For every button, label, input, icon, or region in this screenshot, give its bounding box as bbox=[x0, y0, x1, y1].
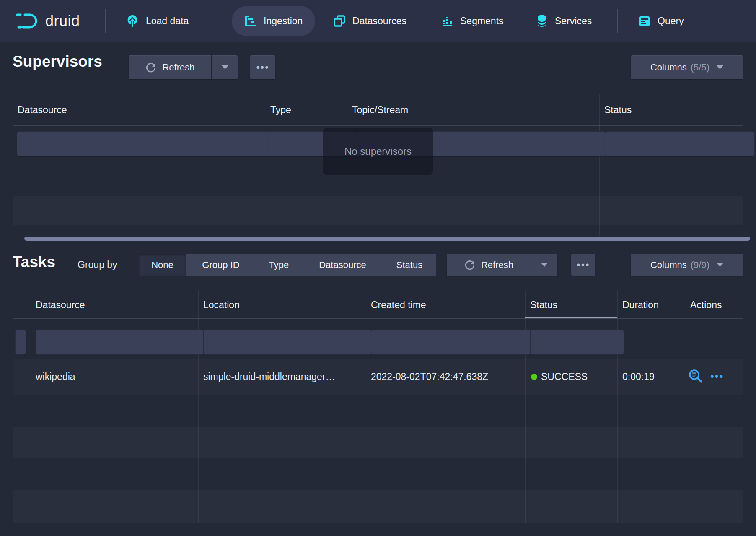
nav-datasources[interactable]: Datasources bbox=[333, 0, 406, 42]
tasks-filter-created-time[interactable] bbox=[371, 330, 531, 355]
nav-label: Ingestion bbox=[264, 16, 303, 27]
horizontal-scrollbar[interactable] bbox=[24, 237, 750, 241]
group-by-group-id-button[interactable]: Group ID bbox=[186, 254, 256, 276]
druid-logo-text: druid bbox=[45, 12, 80, 30]
column-divider bbox=[525, 291, 526, 523]
group-by-label: Group by bbox=[78, 254, 117, 276]
nav-load-data[interactable]: Load data bbox=[126, 0, 189, 42]
supervisors-col-type[interactable]: Type bbox=[270, 94, 291, 125]
refresh-icon bbox=[464, 259, 476, 271]
tasks-col-location[interactable]: Location bbox=[203, 291, 240, 318]
tasks-col-datasource[interactable]: Datasource bbox=[36, 291, 85, 318]
nav-label: Services bbox=[555, 16, 592, 27]
magnifier-log-icon bbox=[688, 369, 704, 385]
nav-segments[interactable]: Segments bbox=[441, 0, 504, 42]
column-divider bbox=[685, 291, 685, 523]
column-divider bbox=[31, 291, 31, 523]
tasks-col-duration[interactable]: Duration bbox=[622, 291, 659, 318]
supervisors-refresh-button[interactable]: Refresh bbox=[129, 55, 211, 79]
supervisors-title: Supervisors bbox=[13, 54, 102, 69]
status-sort-indicator bbox=[525, 317, 617, 318]
cell-created-time: 2022-08-02T07:42:47.638Z bbox=[371, 359, 488, 395]
upload-icon bbox=[126, 15, 139, 27]
nav-label: Query bbox=[658, 16, 684, 27]
supervisors-filter-datasource[interactable] bbox=[17, 131, 272, 156]
nav-label: Datasources bbox=[352, 16, 406, 27]
supervisors-col-topic-stream[interactable]: Topic/Stream bbox=[352, 94, 408, 125]
columns-count: (9/9) bbox=[691, 260, 709, 271]
tasks-filter-location[interactable] bbox=[203, 330, 372, 355]
tasks-filter-status[interactable] bbox=[530, 330, 624, 355]
top-nav: druid Load data Ingestion bbox=[0, 0, 756, 42]
more-icon: ••• bbox=[256, 62, 269, 73]
ingestion-chart-icon bbox=[244, 15, 257, 27]
group-by-datasource-button[interactable]: Datasource bbox=[303, 254, 383, 276]
column-divider bbox=[366, 291, 366, 523]
tasks-filter-first-column[interactable] bbox=[15, 330, 26, 355]
success-status-dot-icon bbox=[531, 374, 537, 380]
task-actions-more-button[interactable]: ••• bbox=[710, 371, 724, 382]
supervisors-more-button[interactable]: ••• bbox=[250, 55, 275, 79]
nav-ingestion[interactable]: Ingestion bbox=[232, 6, 315, 36]
columns-count: (5/5) bbox=[691, 62, 709, 73]
header-divider bbox=[13, 125, 743, 126]
no-supervisors-message: No supervisors bbox=[323, 128, 433, 175]
database-icon bbox=[536, 14, 548, 28]
group-by-type-button[interactable]: Type bbox=[255, 254, 303, 276]
refresh-label: Refresh bbox=[481, 260, 513, 271]
empty-row-stripe bbox=[13, 490, 743, 523]
console-icon bbox=[638, 15, 651, 27]
group-by-status-button[interactable]: Status bbox=[383, 254, 436, 276]
refresh-label: Refresh bbox=[162, 62, 194, 73]
columns-label: Columns bbox=[650, 62, 687, 73]
chevron-down-icon bbox=[541, 263, 548, 267]
supervisors-refresh-caret-button[interactable] bbox=[212, 55, 238, 79]
cell-status: SUCCESS bbox=[531, 359, 588, 395]
supervisors-filter-status[interactable] bbox=[605, 131, 755, 156]
chevron-down-icon bbox=[222, 65, 228, 70]
tasks-col-actions[interactable]: Actions bbox=[690, 291, 722, 318]
nav-divider bbox=[105, 9, 106, 33]
cell-datasource[interactable]: wikipedia bbox=[36, 359, 75, 395]
nav-divider bbox=[617, 9, 618, 33]
refresh-icon bbox=[145, 62, 157, 73]
supervisors-columns-button[interactable]: Columns (5/5) bbox=[631, 55, 743, 79]
chevron-down-icon bbox=[717, 263, 723, 267]
tasks-col-status[interactable]: Status bbox=[530, 291, 557, 318]
tasks-refresh-caret-button[interactable] bbox=[531, 254, 557, 276]
group-by-none-button[interactable]: None bbox=[138, 254, 187, 276]
stacked-bars-icon bbox=[441, 15, 453, 27]
more-icon: ••• bbox=[577, 260, 590, 270]
column-divider bbox=[617, 291, 618, 523]
druid-logo[interactable]: druid bbox=[16, 0, 80, 42]
tasks-columns-button[interactable]: Columns (9/9) bbox=[631, 254, 743, 276]
nav-query[interactable]: Query bbox=[638, 0, 684, 42]
druid-logo-icon bbox=[16, 11, 40, 31]
tasks-more-button[interactable]: ••• bbox=[571, 254, 595, 276]
tasks-col-created-time[interactable]: Created time bbox=[371, 291, 426, 318]
nav-label: Segments bbox=[460, 16, 504, 27]
empty-row-stripe bbox=[13, 427, 743, 458]
supervisors-col-status[interactable]: Status bbox=[604, 94, 632, 125]
chevron-down-icon bbox=[717, 65, 723, 70]
supervisors-col-datasource[interactable]: Datasource bbox=[18, 94, 67, 125]
task-inspect-button[interactable] bbox=[688, 369, 704, 385]
cell-location: simple-druid-middlemanager… bbox=[203, 359, 335, 395]
tasks-title: Tasks bbox=[13, 254, 55, 270]
stacked-squares-icon bbox=[333, 15, 346, 27]
nav-label: Load data bbox=[146, 16, 189, 27]
tasks-filter-datasource[interactable] bbox=[36, 330, 205, 355]
nav-services[interactable]: Services bbox=[536, 0, 592, 42]
columns-label: Columns bbox=[650, 260, 687, 271]
column-divider bbox=[198, 291, 199, 523]
empty-row-stripe bbox=[13, 196, 743, 225]
tasks-refresh-button[interactable]: Refresh bbox=[447, 254, 531, 276]
header-divider bbox=[13, 318, 743, 319]
cell-duration: 0:00:19 bbox=[622, 359, 655, 395]
status-badge: SUCCESS bbox=[541, 371, 588, 382]
